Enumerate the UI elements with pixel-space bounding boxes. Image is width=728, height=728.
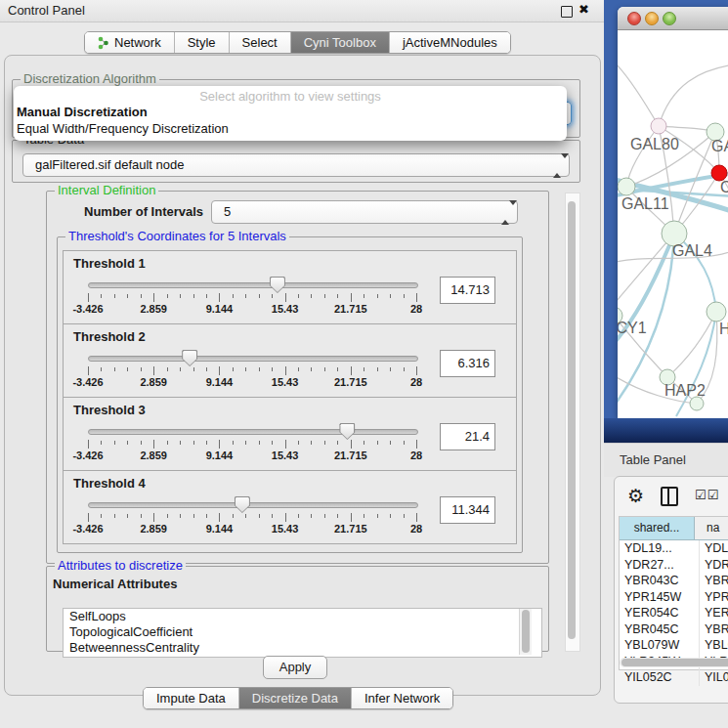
table-row[interactable]: YDL19...YDL1 (620, 540, 728, 557)
close-traffic-light-icon[interactable] (627, 12, 641, 25)
node-label-c: C (720, 179, 728, 195)
tab-infer-network[interactable]: Infer Network (351, 688, 452, 708)
network-edge[interactable] (618, 60, 659, 126)
tab-jactivemnodules[interactable]: jActiveMNodules (389, 32, 510, 53)
tick-mark (377, 367, 378, 371)
tab-network[interactable]: Network (85, 32, 174, 53)
zoom-traffic-light-icon[interactable] (663, 12, 676, 25)
table-hscrollbar-thumb[interactable] (621, 659, 728, 666)
cell-shared-name[interactable]: YDR27... (620, 557, 700, 574)
tick-mark (219, 366, 220, 375)
cell-name[interactable]: YDR2 (700, 557, 728, 574)
column-header-name[interactable]: na (695, 517, 728, 539)
split-columns-icon[interactable] (661, 487, 678, 506)
tick-mark (351, 513, 352, 522)
cell-name[interactable]: YBR0 (700, 573, 728, 589)
cell-shared-name[interactable]: YBL079W (620, 637, 700, 654)
network-edge[interactable] (659, 64, 728, 126)
tab-discretize-data[interactable]: Discretize Data (238, 688, 351, 708)
tick-mark (180, 441, 181, 445)
attribute-list-item[interactable]: BetweennessCentrality (64, 640, 541, 656)
table-data-combobox[interactable]: galFiltered.sif default node (22, 153, 570, 177)
tab-style[interactable]: Style (174, 32, 229, 53)
cell-shared-name[interactable]: YPR145W (620, 589, 700, 606)
table-row[interactable]: YBL079WYBL0 (620, 637, 728, 654)
cell-name[interactable]: YBL0 (700, 637, 728, 654)
threshold-value-field[interactable]: 6.316 (440, 350, 495, 377)
tick-mark (377, 441, 378, 445)
network-node-green[interactable] (618, 178, 635, 195)
tab-select[interactable]: Select (229, 32, 290, 53)
slider-thumb-handle[interactable] (270, 277, 285, 293)
apply-button[interactable]: Apply (263, 656, 327, 679)
cell-shared-name[interactable]: YDL19... (620, 540, 700, 557)
attribute-list-item[interactable]: TopologicalCoefficient (64, 624, 541, 640)
cell-name[interactable]: YDL1 (700, 540, 728, 557)
tab-impute-data[interactable]: Impute Data (144, 688, 238, 708)
number-of-intervals-combobox[interactable]: 5 (211, 200, 518, 224)
threshold-slider[interactable]: -3.4262.8599.14415.4321.71528 (88, 425, 416, 464)
thresholds-group-title: Threshold's Coordinates for 5 Intervals (65, 230, 289, 243)
tick-label: 2.859 (140, 376, 167, 388)
threshold-slider[interactable]: -3.4262.8599.14415.4321.71528 (88, 352, 416, 391)
table-data-value: galFiltered.sif default node (35, 157, 184, 172)
attribute-list-item[interactable]: SelfLoops (64, 609, 541, 624)
table-data-group: Table Data galFiltered.sif default node (12, 140, 580, 183)
cell-name[interactable]: YER0 (700, 605, 728, 621)
attributes-scrollbar-thumb[interactable] (522, 610, 530, 653)
cell-shared-name[interactable]: YBR043C (620, 573, 700, 589)
table-row[interactable]: YBR043CYBR0 (620, 573, 728, 589)
threshold-value-field[interactable]: 11.344 (440, 496, 495, 524)
threshold-slider[interactable]: -3.4262.8599.14415.4321.71528 (88, 278, 416, 318)
threshold-slider[interactable]: -3.4262.8599.14415.4321.71528 (88, 498, 416, 537)
threshold-value-field[interactable]: 14.713 (440, 277, 495, 304)
menu-item-manual-discretization[interactable]: Manual Discretization (17, 105, 148, 119)
slider-track[interactable] (88, 282, 418, 288)
table-row[interactable]: YBR045CYBR0 (620, 621, 728, 638)
network-canvas[interactable]: GAL80GACGAL11GAL4GCY1HHAP2 (618, 30, 728, 418)
slider-thumb-handle[interactable] (235, 496, 250, 513)
numerical-attributes-list[interactable]: SelfLoopsTopologicalCoefficientBetweenne… (63, 608, 542, 658)
table-row[interactable]: YIL052CYIL0 (620, 669, 728, 686)
table-toolbar: ⚙ ☑☑ (615, 477, 728, 516)
tick-label: -3.426 (72, 450, 103, 461)
node-label-hap2: HAP2 (664, 382, 706, 399)
gear-icon[interactable]: ⚙ (627, 485, 644, 507)
panel-scrollbar[interactable] (565, 193, 580, 652)
attributes-scrollbar[interactable] (519, 609, 532, 655)
tick-mark (245, 441, 246, 445)
float-window-icon[interactable] (561, 6, 573, 18)
bottom-tab-strip: Impute DataDiscretize DataInfer Network (143, 687, 453, 709)
number-of-intervals-value: 5 (224, 204, 231, 219)
checkbox-icons[interactable]: ☑☑ (695, 488, 719, 502)
threshold-value-field[interactable]: 21.4 (440, 423, 495, 450)
close-icon[interactable]: ✖ (578, 2, 589, 17)
network-node-green[interactable] (690, 397, 704, 410)
minimize-traffic-light-icon[interactable] (645, 12, 659, 25)
slider-thumb-handle[interactable] (339, 423, 355, 440)
slider-track[interactable] (88, 502, 418, 508)
tick-label: 9.144 (206, 450, 234, 461)
panel-scrollbar-thumb[interactable] (568, 201, 576, 639)
table-row[interactable]: YDR27...YDR2 (620, 557, 728, 574)
table-row[interactable]: YPR145WYPR1 (620, 589, 728, 606)
menu-item-equal-width-frequency[interactable]: Equal Width/Frequency Discretization (17, 121, 229, 136)
slider-track[interactable] (88, 429, 418, 435)
cell-shared-name[interactable]: YBR045C (620, 621, 700, 638)
node-table: shared... na YDL19...YDL1YDR27...YDR2YBR… (619, 516, 728, 670)
tick-mark (351, 440, 352, 449)
tab-cyni-toolbox[interactable]: Cyni Toolbox (290, 32, 389, 53)
cell-name[interactable]: YIL0 (700, 669, 728, 686)
slider-thumb-handle[interactable] (182, 350, 197, 366)
cell-shared-name[interactable]: YER054C (620, 605, 700, 621)
table-hscrollbar[interactable] (620, 658, 728, 667)
cell-name[interactable]: YPR1 (700, 589, 728, 606)
network-node-pink[interactable] (651, 118, 666, 134)
cell-shared-name[interactable]: YIL052C (620, 669, 700, 686)
slider-track[interactable] (88, 356, 418, 362)
table-row[interactable]: YER054CYER0 (620, 605, 728, 621)
network-node-green[interactable] (707, 302, 726, 321)
cell-name[interactable]: YBR0 (700, 621, 728, 638)
tick-mark (272, 294, 273, 298)
column-header-shared[interactable]: shared... (620, 517, 695, 539)
